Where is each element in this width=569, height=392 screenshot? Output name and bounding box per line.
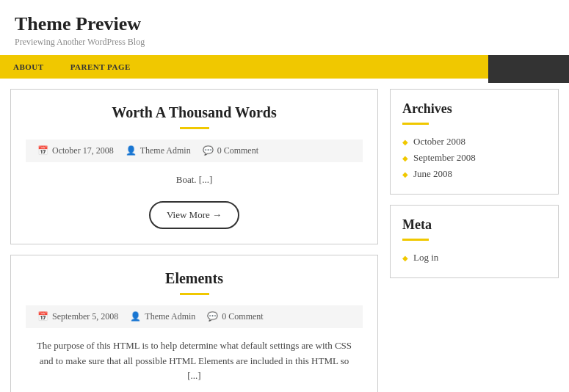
post-author-1: 👤 Theme Admin (126, 145, 191, 156)
meta-list: ◆ Log in (402, 250, 546, 266)
post-title-underline-1 (180, 127, 209, 129)
navigation: ABOUT PARENT PAGE (0, 55, 569, 79)
user-icon-2: 👤 (130, 311, 141, 322)
meta-item-0[interactable]: ◆ Log in (402, 250, 546, 266)
post-title-1: Worth A Thousand Words (26, 104, 363, 121)
archive-item-1[interactable]: ◆ September 2008 (402, 150, 546, 166)
archives-list: ◆ October 2008 ◆ September 2008 ◆ June 2… (402, 134, 546, 182)
site-tagline: Previewing Another WordPress Blog (15, 37, 554, 48)
post-author-2: 👤 Theme Admin (130, 311, 195, 322)
calendar-icon-1: 📅 (37, 145, 48, 156)
archives-underline (402, 123, 429, 125)
nav-about[interactable]: ABOUT (0, 55, 57, 79)
meta-box: Meta ◆ Log in (390, 205, 559, 278)
comment-icon-1: 💬 (203, 145, 214, 156)
calendar-icon-2: 📅 (37, 311, 48, 322)
archive-item-2[interactable]: ◆ June 2008 (402, 166, 546, 182)
nav-dark-block (488, 55, 569, 83)
post-title-underline-2 (180, 293, 209, 295)
post-date-1: 📅 October 17, 2008 (37, 145, 114, 156)
archives-title: Archives (402, 101, 546, 117)
view-more-button-1[interactable]: View More → (149, 201, 239, 229)
main-content: Worth A Thousand Words 📅 October 17, 200… (10, 89, 378, 392)
post-date-2: 📅 September 5, 2008 (37, 311, 118, 322)
comment-icon-2: 💬 (207, 311, 218, 322)
post-comments-2: 💬 0 Comment (207, 311, 263, 322)
sidebar: Archives ◆ October 2008 ◆ September 2008… (390, 89, 559, 392)
nav-parent-page[interactable]: PARENT PAGE (57, 55, 144, 79)
user-icon-1: 👤 (126, 145, 137, 156)
post-card-2: Elements 📅 September 5, 2008 👤 Theme Adm… (10, 255, 378, 392)
diamond-icon-0: ◆ (402, 138, 408, 146)
post-excerpt-1: Boat. [...] (26, 173, 363, 188)
site-header: Theme Preview Previewing Another WordPre… (0, 0, 569, 55)
meta-underline (402, 239, 429, 241)
diamond-icon-meta-0: ◆ (402, 254, 408, 262)
diamond-icon-1: ◆ (402, 154, 408, 162)
site-title: Theme Preview (15, 13, 554, 35)
post-comments-1: 💬 0 Comment (203, 145, 258, 156)
post-card-1: Worth A Thousand Words 📅 October 17, 200… (10, 89, 378, 244)
post-meta-2: 📅 September 5, 2008 👤 Theme Admin 💬 0 Co… (26, 305, 363, 328)
meta-title: Meta (402, 217, 546, 233)
archive-item-0[interactable]: ◆ October 2008 (402, 134, 546, 150)
post-title-2: Elements (26, 270, 363, 287)
post-meta-1: 📅 October 17, 2008 👤 Theme Admin 💬 0 Com… (26, 139, 363, 162)
post-excerpt-2: The purpose of this HTML is to help dete… (26, 338, 363, 384)
content-wrapper: Worth A Thousand Words 📅 October 17, 200… (0, 79, 569, 392)
archives-box: Archives ◆ October 2008 ◆ September 2008… (390, 89, 559, 195)
diamond-icon-2: ◆ (402, 170, 408, 178)
